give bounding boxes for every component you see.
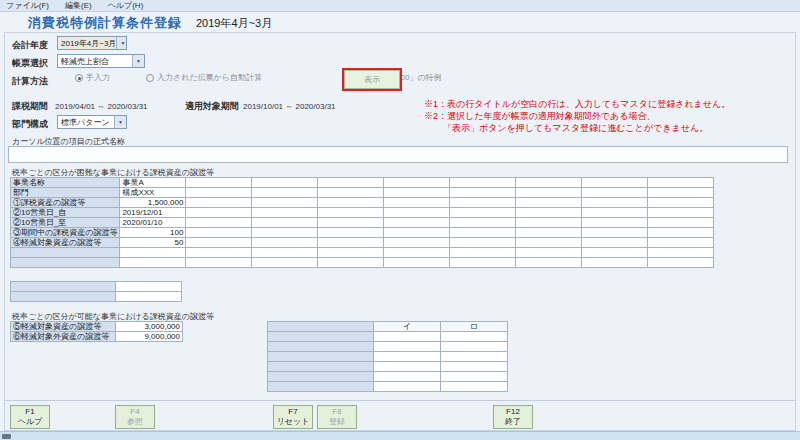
empty-cell[interactable]	[582, 178, 648, 188]
empty-cell[interactable]	[582, 218, 648, 228]
chevron-down-icon[interactable]: ▼	[132, 55, 144, 67]
empty-cell[interactable]	[384, 228, 450, 238]
show-button[interactable]: 表示	[344, 70, 400, 89]
menu-help[interactable]: ヘルプ(H)	[106, 0, 146, 11]
empty-cell[interactable]	[582, 188, 648, 198]
empty-cell[interactable]	[516, 178, 582, 188]
empty-cell[interactable]	[516, 218, 582, 228]
empty-cell[interactable]	[450, 208, 516, 218]
empty-cell[interactable]	[186, 208, 252, 218]
empty-cell[interactable]	[516, 258, 582, 268]
empty-cell[interactable]	[374, 362, 441, 372]
empty-cell[interactable]	[252, 248, 318, 258]
empty-cell[interactable]	[516, 208, 582, 218]
empty-cell[interactable]	[318, 228, 384, 238]
empty-cell[interactable]	[252, 198, 318, 208]
f12-exit-button[interactable]: F12 終了	[493, 405, 533, 429]
empty-cell[interactable]	[384, 178, 450, 188]
f7-reset-button[interactable]: F7 リセット	[273, 405, 313, 429]
empty-cell[interactable]	[450, 178, 516, 188]
empty-cell[interactable]	[384, 248, 450, 258]
menu-file[interactable]: ファイル(F)	[4, 0, 51, 11]
fiscal-year-select[interactable]: 2019年4月~3月 ▼	[57, 36, 127, 50]
value-cell[interactable]: 100	[120, 228, 186, 238]
empty-cell[interactable]	[450, 228, 516, 238]
empty-cell[interactable]	[374, 352, 441, 362]
empty-cell[interactable]	[186, 228, 252, 238]
empty-cell[interactable]	[450, 198, 516, 208]
value-cell[interactable]: 9,000,000	[116, 332, 183, 342]
empty-cell[interactable]	[186, 258, 252, 268]
empty-cell[interactable]	[318, 248, 384, 258]
empty-cell[interactable]	[516, 198, 582, 208]
empty-cell[interactable]	[441, 372, 508, 382]
empty-cell[interactable]	[648, 188, 714, 198]
empty-cell[interactable]	[582, 198, 648, 208]
empty-cell[interactable]	[582, 258, 648, 268]
empty-cell[interactable]	[252, 258, 318, 268]
empty-cell[interactable]	[516, 228, 582, 238]
empty-cell[interactable]	[318, 198, 384, 208]
empty-cell[interactable]	[186, 178, 252, 188]
value-cell[interactable]	[120, 248, 186, 258]
empty-cell[interactable]	[116, 282, 182, 292]
value-cell[interactable]: 2020/01/10	[120, 218, 186, 228]
empty-cell[interactable]	[318, 238, 384, 248]
empty-cell[interactable]	[186, 218, 252, 228]
empty-cell[interactable]	[318, 258, 384, 268]
empty-cell[interactable]	[582, 208, 648, 218]
empty-cell[interactable]	[582, 228, 648, 238]
empty-cell[interactable]	[318, 208, 384, 218]
empty-cell[interactable]	[516, 248, 582, 258]
empty-cell[interactable]	[116, 292, 182, 302]
value-cell[interactable]: 3,000,000	[116, 322, 183, 332]
empty-cell[interactable]	[384, 218, 450, 228]
empty-cell[interactable]	[186, 198, 252, 208]
radio-auto-calc[interactable]: 入力された伝票から自動計算	[146, 72, 262, 83]
empty-cell[interactable]	[648, 208, 714, 218]
empty-cell[interactable]	[648, 198, 714, 208]
empty-cell[interactable]	[648, 178, 714, 188]
empty-cell[interactable]	[384, 238, 450, 248]
cursor-formal-name-field[interactable]	[8, 146, 788, 163]
empty-cell[interactable]	[318, 188, 384, 198]
empty-cell[interactable]	[186, 238, 252, 248]
empty-cell[interactable]	[441, 362, 508, 372]
empty-cell[interactable]	[441, 352, 508, 362]
report-select[interactable]: 軽減売上割合 ▼	[57, 54, 145, 68]
empty-cell[interactable]	[648, 248, 714, 258]
empty-cell[interactable]	[450, 238, 516, 248]
empty-cell[interactable]	[252, 238, 318, 248]
empty-cell[interactable]	[252, 218, 318, 228]
empty-cell[interactable]	[384, 198, 450, 208]
radio-manual-input[interactable]: 手入力	[75, 72, 110, 83]
empty-cell[interactable]	[252, 208, 318, 218]
empty-cell[interactable]	[648, 258, 714, 268]
empty-cell[interactable]	[450, 188, 516, 198]
empty-cell[interactable]	[441, 342, 508, 352]
chevron-down-icon[interactable]: ▼	[116, 37, 127, 49]
chevron-down-icon[interactable]: ▼	[114, 116, 126, 128]
empty-cell[interactable]	[516, 238, 582, 248]
empty-cell[interactable]	[648, 218, 714, 228]
value-cell[interactable]: 1,500,000	[120, 198, 186, 208]
empty-cell[interactable]	[374, 382, 441, 392]
empty-cell[interactable]	[186, 188, 252, 198]
empty-cell[interactable]	[648, 238, 714, 248]
empty-cell[interactable]	[384, 188, 450, 198]
value-cell[interactable]: 50	[120, 238, 186, 248]
empty-cell[interactable]	[252, 178, 318, 188]
value-cell[interactable]	[120, 258, 186, 268]
department-structure-select[interactable]: 標準パターン ▼	[57, 115, 127, 129]
value-cell[interactable]: 構成XXX	[120, 188, 186, 198]
empty-cell[interactable]	[516, 188, 582, 198]
empty-cell[interactable]	[384, 258, 450, 268]
f1-help-button[interactable]: F1 ヘルプ	[10, 405, 50, 429]
empty-cell[interactable]	[450, 218, 516, 228]
empty-cell[interactable]	[318, 218, 384, 228]
value-cell[interactable]: 2019/12/01	[120, 208, 186, 218]
empty-cell[interactable]	[252, 228, 318, 238]
empty-cell[interactable]	[384, 208, 450, 218]
empty-cell[interactable]	[441, 332, 508, 342]
empty-cell[interactable]	[374, 332, 441, 342]
